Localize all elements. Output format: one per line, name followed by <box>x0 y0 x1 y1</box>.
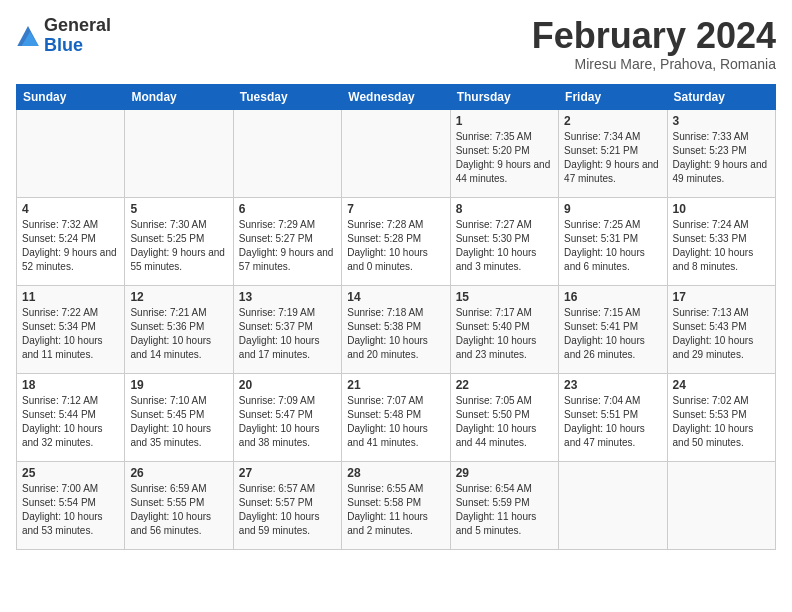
day-number: 10 <box>673 202 770 216</box>
calendar-cell <box>125 109 233 197</box>
day-info: Sunrise: 7:19 AMSunset: 5:37 PMDaylight:… <box>239 306 336 362</box>
calendar-cell: 23Sunrise: 7:04 AMSunset: 5:51 PMDayligh… <box>559 373 667 461</box>
calendar-cell: 8Sunrise: 7:27 AMSunset: 5:30 PMDaylight… <box>450 197 558 285</box>
day-number: 1 <box>456 114 553 128</box>
calendar-week-row: 25Sunrise: 7:00 AMSunset: 5:54 PMDayligh… <box>17 461 776 549</box>
calendar-cell: 26Sunrise: 6:59 AMSunset: 5:55 PMDayligh… <box>125 461 233 549</box>
day-number: 13 <box>239 290 336 304</box>
day-info: Sunrise: 7:29 AMSunset: 5:27 PMDaylight:… <box>239 218 336 274</box>
page-header: General Blue February 2024 Miresu Mare, … <box>16 16 776 72</box>
day-info: Sunrise: 7:04 AMSunset: 5:51 PMDaylight:… <box>564 394 661 450</box>
weekday-header-row: SundayMondayTuesdayWednesdayThursdayFrid… <box>17 84 776 109</box>
weekday-header-wednesday: Wednesday <box>342 84 450 109</box>
day-info: Sunrise: 7:15 AMSunset: 5:41 PMDaylight:… <box>564 306 661 362</box>
calendar-cell <box>667 461 775 549</box>
calendar-cell: 29Sunrise: 6:54 AMSunset: 5:59 PMDayligh… <box>450 461 558 549</box>
day-number: 20 <box>239 378 336 392</box>
weekday-header-tuesday: Tuesday <box>233 84 341 109</box>
day-info: Sunrise: 7:33 AMSunset: 5:23 PMDaylight:… <box>673 130 770 186</box>
day-info: Sunrise: 7:34 AMSunset: 5:21 PMDaylight:… <box>564 130 661 186</box>
day-info: Sunrise: 7:07 AMSunset: 5:48 PMDaylight:… <box>347 394 444 450</box>
logo-blue-text: Blue <box>44 35 83 55</box>
calendar-cell: 9Sunrise: 7:25 AMSunset: 5:31 PMDaylight… <box>559 197 667 285</box>
calendar-week-row: 18Sunrise: 7:12 AMSunset: 5:44 PMDayligh… <box>17 373 776 461</box>
calendar-cell: 27Sunrise: 6:57 AMSunset: 5:57 PMDayligh… <box>233 461 341 549</box>
weekday-header-sunday: Sunday <box>17 84 125 109</box>
day-info: Sunrise: 6:54 AMSunset: 5:59 PMDaylight:… <box>456 482 553 538</box>
day-number: 22 <box>456 378 553 392</box>
day-info: Sunrise: 7:02 AMSunset: 5:53 PMDaylight:… <box>673 394 770 450</box>
calendar-cell <box>17 109 125 197</box>
day-number: 23 <box>564 378 661 392</box>
day-number: 14 <box>347 290 444 304</box>
calendar-cell: 7Sunrise: 7:28 AMSunset: 5:28 PMDaylight… <box>342 197 450 285</box>
day-info: Sunrise: 6:55 AMSunset: 5:58 PMDaylight:… <box>347 482 444 538</box>
day-info: Sunrise: 7:35 AMSunset: 5:20 PMDaylight:… <box>456 130 553 186</box>
day-number: 16 <box>564 290 661 304</box>
weekday-header-friday: Friday <box>559 84 667 109</box>
calendar-cell: 20Sunrise: 7:09 AMSunset: 5:47 PMDayligh… <box>233 373 341 461</box>
calendar-cell: 5Sunrise: 7:30 AMSunset: 5:25 PMDaylight… <box>125 197 233 285</box>
month-title: February 2024 <box>532 16 776 56</box>
day-info: Sunrise: 6:59 AMSunset: 5:55 PMDaylight:… <box>130 482 227 538</box>
day-number: 24 <box>673 378 770 392</box>
calendar-cell: 3Sunrise: 7:33 AMSunset: 5:23 PMDaylight… <box>667 109 775 197</box>
weekday-header-monday: Monday <box>125 84 233 109</box>
day-number: 7 <box>347 202 444 216</box>
calendar-cell: 24Sunrise: 7:02 AMSunset: 5:53 PMDayligh… <box>667 373 775 461</box>
day-info: Sunrise: 7:27 AMSunset: 5:30 PMDaylight:… <box>456 218 553 274</box>
calendar-cell: 11Sunrise: 7:22 AMSunset: 5:34 PMDayligh… <box>17 285 125 373</box>
calendar-cell <box>233 109 341 197</box>
day-info: Sunrise: 7:24 AMSunset: 5:33 PMDaylight:… <box>673 218 770 274</box>
day-number: 2 <box>564 114 661 128</box>
day-info: Sunrise: 7:00 AMSunset: 5:54 PMDaylight:… <box>22 482 119 538</box>
day-number: 29 <box>456 466 553 480</box>
day-number: 25 <box>22 466 119 480</box>
day-number: 6 <box>239 202 336 216</box>
calendar-cell: 4Sunrise: 7:32 AMSunset: 5:24 PMDaylight… <box>17 197 125 285</box>
day-info: Sunrise: 7:05 AMSunset: 5:50 PMDaylight:… <box>456 394 553 450</box>
logo-general-text: General <box>44 15 111 35</box>
calendar-cell: 22Sunrise: 7:05 AMSunset: 5:50 PMDayligh… <box>450 373 558 461</box>
calendar-cell: 6Sunrise: 7:29 AMSunset: 5:27 PMDaylight… <box>233 197 341 285</box>
calendar-cell: 25Sunrise: 7:00 AMSunset: 5:54 PMDayligh… <box>17 461 125 549</box>
logo: General Blue <box>16 16 111 56</box>
day-number: 15 <box>456 290 553 304</box>
calendar-cell: 17Sunrise: 7:13 AMSunset: 5:43 PMDayligh… <box>667 285 775 373</box>
calendar-cell <box>559 461 667 549</box>
day-number: 26 <box>130 466 227 480</box>
day-info: Sunrise: 7:12 AMSunset: 5:44 PMDaylight:… <box>22 394 119 450</box>
day-info: Sunrise: 7:22 AMSunset: 5:34 PMDaylight:… <box>22 306 119 362</box>
logo-icon <box>16 26 40 46</box>
day-number: 21 <box>347 378 444 392</box>
calendar-cell <box>342 109 450 197</box>
weekday-header-thursday: Thursday <box>450 84 558 109</box>
calendar-cell: 12Sunrise: 7:21 AMSunset: 5:36 PMDayligh… <box>125 285 233 373</box>
calendar-week-row: 11Sunrise: 7:22 AMSunset: 5:34 PMDayligh… <box>17 285 776 373</box>
day-number: 28 <box>347 466 444 480</box>
calendar-table: SundayMondayTuesdayWednesdayThursdayFrid… <box>16 84 776 550</box>
day-number: 12 <box>130 290 227 304</box>
day-number: 19 <box>130 378 227 392</box>
day-number: 18 <box>22 378 119 392</box>
weekday-header-saturday: Saturday <box>667 84 775 109</box>
calendar-cell: 19Sunrise: 7:10 AMSunset: 5:45 PMDayligh… <box>125 373 233 461</box>
day-number: 3 <box>673 114 770 128</box>
day-number: 5 <box>130 202 227 216</box>
calendar-cell: 14Sunrise: 7:18 AMSunset: 5:38 PMDayligh… <box>342 285 450 373</box>
day-info: Sunrise: 7:28 AMSunset: 5:28 PMDaylight:… <box>347 218 444 274</box>
day-number: 4 <box>22 202 119 216</box>
day-info: Sunrise: 7:30 AMSunset: 5:25 PMDaylight:… <box>130 218 227 274</box>
day-info: Sunrise: 7:10 AMSunset: 5:45 PMDaylight:… <box>130 394 227 450</box>
calendar-cell: 16Sunrise: 7:15 AMSunset: 5:41 PMDayligh… <box>559 285 667 373</box>
day-info: Sunrise: 7:25 AMSunset: 5:31 PMDaylight:… <box>564 218 661 274</box>
day-info: Sunrise: 7:18 AMSunset: 5:38 PMDaylight:… <box>347 306 444 362</box>
calendar-cell: 28Sunrise: 6:55 AMSunset: 5:58 PMDayligh… <box>342 461 450 549</box>
calendar-week-row: 4Sunrise: 7:32 AMSunset: 5:24 PMDaylight… <box>17 197 776 285</box>
calendar-cell: 18Sunrise: 7:12 AMSunset: 5:44 PMDayligh… <box>17 373 125 461</box>
day-number: 27 <box>239 466 336 480</box>
location-text: Miresu Mare, Prahova, Romania <box>532 56 776 72</box>
day-number: 11 <box>22 290 119 304</box>
title-block: February 2024 Miresu Mare, Prahova, Roma… <box>532 16 776 72</box>
day-info: Sunrise: 6:57 AMSunset: 5:57 PMDaylight:… <box>239 482 336 538</box>
